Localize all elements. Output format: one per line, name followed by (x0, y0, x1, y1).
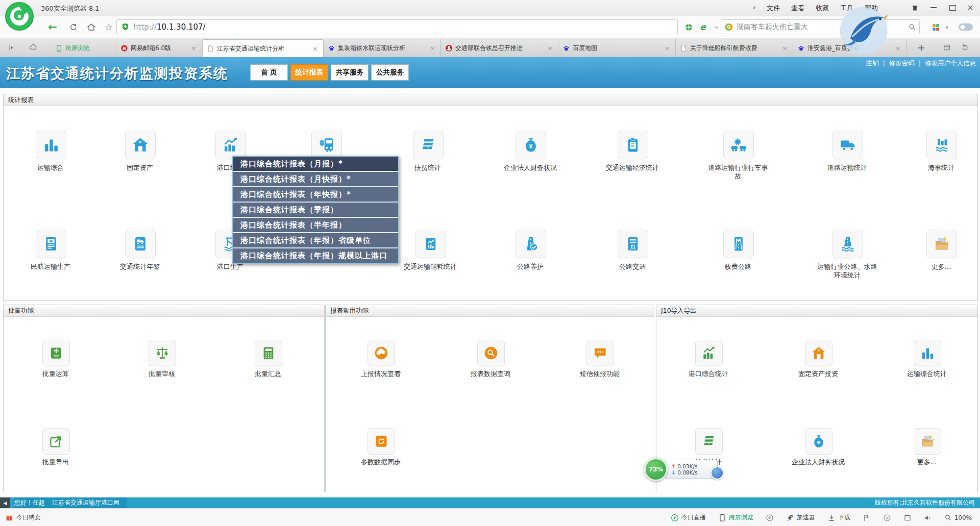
user-link-3[interactable]: 修改用户个人信息 (925, 59, 976, 68)
grid-tile-扶贫统计[interactable]: ¥ (413, 131, 444, 159)
reload-button[interactable] (66, 20, 80, 34)
home-button[interactable] (85, 20, 98, 34)
grid-tile-公路养护[interactable] (516, 230, 546, 258)
taskbar-item-今日直播[interactable]: 今日直播 (671, 513, 706, 522)
session-sync-button[interactable] (27, 41, 40, 54)
panel-tile-固定资产投资[interactable] (805, 340, 832, 366)
taskbar-item-window-rect[interactable] (903, 514, 912, 522)
search-input[interactable]: Q 湖南客车起火伤亡重大 (721, 19, 920, 34)
taskbar-zoom-control[interactable]: 100% (944, 514, 972, 521)
tab-close-icon[interactable]: × (546, 44, 554, 52)
search-engine-logo-icon[interactable]: Q (724, 22, 733, 32)
taskbar-item-circle-plus[interactable] (766, 514, 774, 522)
grid-tile-企业法人财务状况[interactable]: ¥ (516, 131, 546, 159)
panel-tile-短信催报功能[interactable] (586, 340, 614, 366)
tab-7[interactable]: 关于降低船舶引航费收费× (676, 39, 793, 57)
grid-tile-运输行业公路、水路环境统计[interactable] (832, 230, 863, 258)
url-input[interactable]: http://10.1.30.107/ (116, 19, 678, 34)
taskbar-item-跨屏浏览[interactable]: 跨屏浏览 (718, 513, 753, 522)
dropdown-item-1[interactable]: 港口综合统计报表（月报）* (233, 157, 398, 172)
grid-tile-收费公路[interactable]: ¥ (723, 230, 754, 258)
menubar-item-帮助[interactable]: 帮助 (865, 4, 878, 13)
panel-tile-批量运算[interactable] (42, 340, 70, 366)
favorites-button[interactable]: ☆ (102, 20, 115, 34)
user-link-2[interactable]: 修改密码 (889, 59, 915, 68)
dropdown-item-4[interactable]: 港口综合统计报表（季报） (233, 203, 398, 218)
panel-tile-更多...[interactable] (914, 428, 941, 455)
dropdown-item-6[interactable]: 港口综合统计报表（年报）省级单位 (233, 233, 398, 248)
taskbar-item-browser-e[interactable]: e (883, 514, 891, 522)
taskbar-item-加速器[interactable]: 加速器 (786, 513, 815, 522)
search-magnifier-icon[interactable] (908, 23, 916, 31)
panel-tile-上报情况查看[interactable] (368, 340, 395, 366)
browser-logo-icon[interactable] (4, 1, 35, 32)
tab-close-icon[interactable]: × (781, 44, 789, 52)
panel-tile-扶贫统计[interactable]: ¥ (695, 428, 723, 455)
grid-tile-固定资产[interactable] (125, 131, 156, 159)
login-button[interactable] (955, 20, 976, 34)
speedball-extra-icon[interactable] (710, 466, 724, 480)
tab-1[interactable]: 跨屏浏览 (51, 39, 116, 57)
panel-tile-企业法人财务状况[interactable]: ¥ (805, 428, 832, 455)
minimize-button[interactable] (925, 0, 942, 15)
tab-2[interactable]: 易网易邮箱6.0版× (116, 39, 202, 57)
reopen-closed-tab-button[interactable] (959, 41, 972, 54)
panel-tile-运输综合统计[interactable] (914, 340, 941, 366)
grid-tile-公路交调[interactable] (618, 230, 648, 258)
grid-tile-交通运输经济统计[interactable] (618, 131, 648, 159)
menubar-item-工具[interactable]: 工具 (840, 4, 853, 13)
tab-close-icon[interactable]: × (894, 44, 902, 52)
tab-close-icon[interactable]: × (190, 44, 198, 52)
site-nav-统计报表[interactable]: 统计报表 (290, 64, 328, 81)
site-nav-公共服务[interactable]: 公共服务 (371, 64, 409, 81)
speed-dial-caret[interactable]: ▾ (943, 20, 950, 34)
grid-tile-民航运输生产[interactable] (36, 230, 66, 258)
dropdown-item-5[interactable]: 港口综合统计报表（半年报） (233, 218, 398, 233)
panel-tile-批量审核[interactable] (149, 340, 176, 366)
menu-expander-icon[interactable]: › (753, 4, 755, 13)
menubar-item-收藏[interactable]: 收藏 (816, 4, 829, 13)
dropdown-item-2[interactable]: 港口综合统计报表（月快报）* (233, 172, 398, 187)
new-tab-button[interactable]: + (915, 41, 928, 54)
tab-close-icon[interactable]: × (311, 45, 319, 53)
grid-tile-交通统计年鉴[interactable] (125, 230, 156, 258)
grid-tile-道路运输行业行车事故[interactable] (723, 131, 754, 159)
site-shield-icon[interactable] (121, 22, 130, 31)
tab-5[interactable]: 交通部联合铁总召开推进× (441, 39, 558, 57)
grid-tile-bus[interactable] (311, 131, 342, 159)
speed-percent-ball[interactable]: 73% (644, 458, 668, 481)
panel-tile-报表数据查询[interactable] (477, 340, 505, 366)
menubar-item-文件[interactable]: 文件 (767, 4, 780, 13)
grid-tile-交通运输能耗统计[interactable] (415, 230, 446, 258)
back-button[interactable]: ← (46, 20, 59, 34)
tab-list-button[interactable] (940, 41, 953, 54)
speed-widget[interactable]: 73% ↑ 0.03K/s ↓ 0.08K/s (644, 458, 724, 481)
grid-tile-更多...[interactable] (926, 230, 957, 258)
grid-tile-海事统计[interactable] (926, 131, 957, 159)
compat-mode-button[interactable]: e (696, 20, 709, 34)
dropdown-item-7[interactable]: 港口综合统计报表（年报）规模以上港口 (233, 248, 398, 263)
panel-tile-港口综合统计[interactable] (695, 340, 723, 366)
daily-deals-button[interactable]: 今日特卖 (5, 513, 41, 522)
footer-collapse-button[interactable]: ◀ (0, 497, 10, 508)
grid-tile-运输综合[interactable] (36, 131, 66, 159)
tab-3[interactable]: 江苏省交通运输统计分析× (202, 39, 324, 57)
extension-wheel-button[interactable] (682, 20, 695, 34)
grid-tile-道路运输统计[interactable] (832, 131, 863, 159)
tab-close-icon[interactable]: × (429, 44, 436, 52)
menubar-item-查看[interactable]: 查看 (791, 4, 804, 13)
panel-tile-批量汇总[interactable] (255, 340, 282, 366)
maximize-button[interactable] (944, 0, 961, 15)
tab-collapse-button[interactable] (5, 41, 18, 54)
taskbar-item-下载[interactable]: 下载 (827, 513, 850, 522)
taskbar-item-flag[interactable] (863, 514, 871, 522)
panel-tile-参数数据同步[interactable] (368, 428, 395, 455)
close-button[interactable]: × (962, 0, 979, 15)
user-link-1[interactable]: 注销 (866, 59, 879, 68)
skin-button[interactable] (906, 0, 923, 15)
site-nav-首页[interactable]: 首 页 (250, 64, 288, 81)
site-nav-共享服务[interactable]: 共享服务 (331, 64, 369, 81)
tab-4[interactable]: 集装箱铁水联运现状分析× (324, 39, 441, 57)
dropdown-item-3[interactable]: 港口综合统计报表（年快报）* (233, 187, 398, 203)
tab-close-icon[interactable]: × (664, 44, 671, 52)
